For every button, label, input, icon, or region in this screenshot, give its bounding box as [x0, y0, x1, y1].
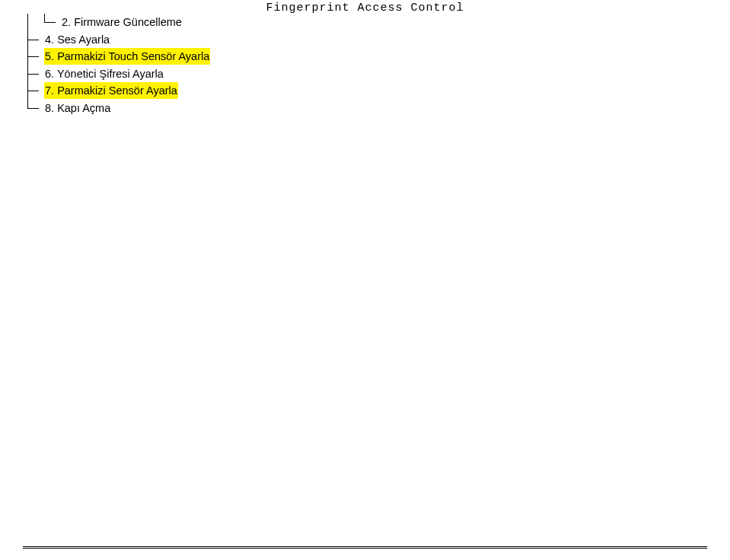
tree-item-label: 4. Ses Ayarla — [44, 31, 110, 48]
page-header: Fingerprint Access Control — [0, 0, 730, 14]
tree-item-text: Kapı Açma — [57, 102, 110, 114]
tree-branch-tee — [27, 48, 44, 65]
tree-item-num: 4. — [45, 33, 54, 46]
tree-branch-tee — [27, 82, 44, 100]
tree-item-text: Parmakizi Sensör Ayarla — [57, 84, 177, 97]
tree-row: 2. Firmware Güncelleme — [27, 14, 210, 31]
tree-item-num: 7. — [45, 84, 54, 97]
tree-item-label: 8. Kapı Açma — [44, 100, 111, 116]
tree-item-label-highlighted: 5. Parmakizi Touch Sensör Ayarla — [44, 48, 210, 65]
tree-row: 8. Kapı Açma — [27, 100, 210, 117]
tree-row: 6. Yönetici Şifresi Ayarla — [27, 65, 210, 83]
tree-branch-elbow — [27, 100, 44, 117]
tree-branch-elbow — [44, 14, 61, 31]
page-footer-rule — [23, 546, 707, 549]
tree-item-num: 2. — [62, 16, 71, 28]
tree-row: 5. Parmakizi Touch Sensör Ayarla — [27, 48, 210, 65]
tree-item-num: 8. — [45, 102, 54, 114]
tree-item-num: 6. — [45, 68, 54, 80]
tree-branch-tee — [27, 65, 44, 83]
tree-branch-tee — [27, 31, 44, 49]
tree-item-label-highlighted: 7. Parmakizi Sensör Ayarla — [44, 82, 178, 99]
tree-row: 4. Ses Ayarla — [27, 31, 210, 49]
tree-item-label: 2. Firmware Güncelleme — [61, 14, 183, 30]
tree-row: 7. Parmakizi Sensör Ayarla — [27, 82, 210, 100]
tree-item-label: 6. Yönetici Şifresi Ayarla — [44, 65, 164, 82]
menu-tree: 2. Firmware Güncelleme 4. Ses Ayarla 5. … — [27, 14, 210, 116]
tree-item-text: Firmware Güncelleme — [74, 16, 182, 28]
tree-item-text: Yönetici Şifresi Ayarla — [57, 68, 164, 80]
tree-item-num: 5. — [45, 50, 54, 62]
tree-item-text: Ses Ayarla — [57, 33, 110, 46]
tree-branch-vertical — [27, 14, 44, 31]
tree-item-text: Parmakizi Touch Sensör Ayarla — [57, 50, 209, 62]
page-title: Fingerprint Access Control — [266, 2, 464, 14]
